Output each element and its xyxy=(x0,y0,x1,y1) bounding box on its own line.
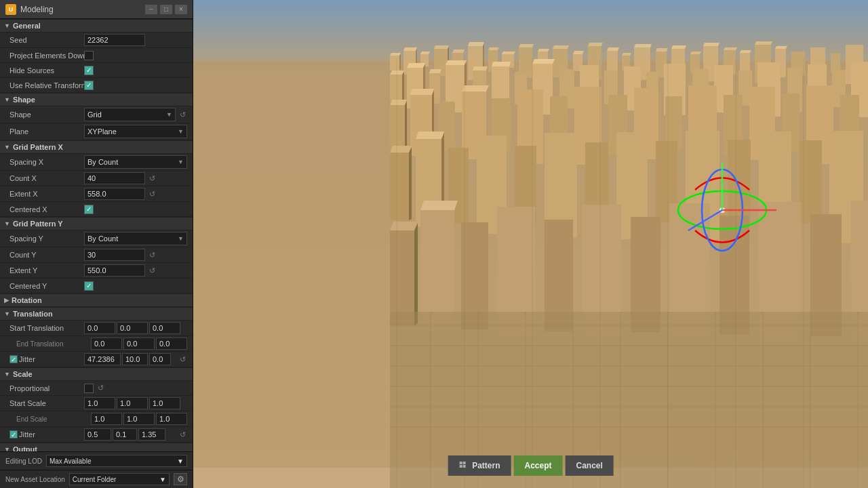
plane-dropdown[interactable]: XYPlane ▼ xyxy=(84,125,187,138)
spacing-y-dropdown[interactable]: By Count ▼ xyxy=(84,232,187,245)
spacing-x-dropdown[interactable]: By Count ▼ xyxy=(84,155,187,169)
end-scale-y[interactable] xyxy=(123,413,155,425)
jitter-scale-reset[interactable]: ↺ xyxy=(178,430,187,439)
jitter-trans-x[interactable] xyxy=(84,353,121,365)
scale-arrow: ▼ xyxy=(4,371,10,378)
start-translation-multi xyxy=(84,322,187,334)
end-scale-z[interactable] xyxy=(156,413,187,425)
count-x-reset[interactable]: ↺ xyxy=(147,174,157,183)
output-section-header[interactable]: ▼ Output xyxy=(0,443,193,451)
jitter-trans-reset[interactable]: ↺ xyxy=(178,354,187,364)
centered-x-checkbox[interactable] xyxy=(84,205,94,214)
svg-marker-22 xyxy=(519,44,534,47)
grid-x-arrow: ▼ xyxy=(4,144,10,150)
grid-x-label: Grid Pattern X xyxy=(13,143,63,151)
extent-x-input[interactable] xyxy=(84,188,145,200)
jitter-trans-y[interactable] xyxy=(122,353,148,365)
spacing-x-dropdown-value: By Count xyxy=(87,158,118,166)
end-trans-z[interactable] xyxy=(156,338,187,350)
jitter-scale-y[interactable] xyxy=(113,428,137,441)
start-translation-row: Start Translation xyxy=(0,321,193,336)
jitter-scale-x[interactable] xyxy=(84,428,111,441)
maximize-button[interactable]: □ xyxy=(160,5,172,14)
count-x-label: Count X xyxy=(9,174,84,182)
seed-input[interactable] xyxy=(84,34,145,46)
shape-reset[interactable]: ↺ xyxy=(178,110,187,119)
grid-x-section-header[interactable]: ▼ Grid Pattern X xyxy=(0,140,193,154)
start-translation-label: Start Translation xyxy=(9,324,84,332)
close-button[interactable]: × xyxy=(175,5,187,14)
start-scale-x[interactable] xyxy=(84,397,115,409)
proportional-checkbox[interactable] xyxy=(84,384,94,393)
centered-x-value xyxy=(84,205,187,214)
viewport-bottom-buttons: Pattern Accept Cancel xyxy=(448,455,614,476)
svg-marker-40 xyxy=(671,45,686,49)
proportional-reset[interactable]: ↺ xyxy=(96,384,105,393)
svg-marker-131 xyxy=(414,223,418,325)
svg-marker-34 xyxy=(622,53,631,56)
asset-dropdown[interactable]: Current Folder ▼ xyxy=(69,473,170,485)
scale-section-header[interactable]: ▼ Scale xyxy=(0,367,193,381)
svg-marker-69 xyxy=(473,66,488,70)
end-scale-values xyxy=(91,413,187,425)
viewport[interactable]: Pattern Accept Cancel xyxy=(193,0,868,488)
centered-y-value xyxy=(84,281,187,291)
use-relative-row: Use Relative Transforms xyxy=(0,78,193,93)
jitter-scale-z[interactable] xyxy=(138,428,165,441)
centered-y-row: Centered Y xyxy=(0,279,193,293)
end-trans-y[interactable] xyxy=(123,338,155,350)
jitter-trans-z[interactable] xyxy=(149,353,171,365)
svg-rect-55 xyxy=(831,53,840,72)
project-elements-value xyxy=(84,51,187,60)
start-trans-z[interactable] xyxy=(149,322,180,334)
start-scale-y[interactable] xyxy=(117,397,148,409)
spacing-x-row: Spacing X By Count ▼ xyxy=(0,154,193,171)
plane-dropdown-arrow: ▼ xyxy=(178,128,184,135)
centered-y-checkbox[interactable] xyxy=(84,281,94,291)
extent-y-reset[interactable]: ↺ xyxy=(147,266,157,275)
seed-row: Seed xyxy=(0,33,193,48)
cancel-button-label: Cancel xyxy=(576,461,603,470)
svg-marker-50 xyxy=(755,41,772,45)
svg-marker-38 xyxy=(656,48,668,52)
end-trans-x[interactable] xyxy=(91,338,122,350)
hide-sources-checkbox[interactable] xyxy=(84,66,94,75)
accept-button[interactable]: Accept xyxy=(513,455,562,476)
grid-y-section-header[interactable]: ▼ Grid Pattern Y xyxy=(0,217,193,230)
jitter-trans-checkbox[interactable] xyxy=(9,355,18,363)
asset-arrow: ▼ xyxy=(159,476,166,483)
scale-label: Scale xyxy=(13,370,33,378)
extent-y-input[interactable] xyxy=(84,264,145,277)
svg-marker-13 xyxy=(452,49,465,53)
shape-section-header[interactable]: ▼ Shape xyxy=(0,93,193,106)
jitter-trans-label-group: Jitter xyxy=(9,355,84,363)
rotation-section-header[interactable]: ▶ Rotation xyxy=(0,293,193,307)
extent-x-reset[interactable]: ↺ xyxy=(147,189,157,199)
svg-marker-10 xyxy=(434,45,449,49)
minimize-button[interactable]: − xyxy=(145,5,157,14)
start-trans-x[interactable] xyxy=(84,322,115,334)
use-relative-checkbox[interactable] xyxy=(84,81,94,90)
spacing-y-label: Spacing Y xyxy=(9,235,84,243)
cancel-button[interactable]: Cancel xyxy=(566,455,614,476)
jitter-scale-checkbox[interactable] xyxy=(9,430,18,439)
count-y-label: Count Y xyxy=(9,251,84,259)
shape-dropdown[interactable]: Grid ▼ xyxy=(84,108,176,121)
start-trans-y[interactable] xyxy=(117,322,148,334)
general-section-header[interactable]: ▼ General xyxy=(0,19,193,33)
end-scale-x[interactable] xyxy=(91,413,122,425)
translation-section-header[interactable]: ▼ Translation xyxy=(0,307,193,321)
start-scale-z[interactable] xyxy=(149,397,180,409)
count-y-input[interactable] xyxy=(84,249,145,261)
count-y-reset[interactable]: ↺ xyxy=(147,250,157,260)
lod-value: Max Available xyxy=(50,458,92,465)
lod-dropdown[interactable]: Max Available ▼ xyxy=(46,455,187,467)
pattern-button[interactable]: Pattern xyxy=(448,455,511,476)
translation-arrow: ▼ xyxy=(4,310,10,317)
svg-marker-42 xyxy=(690,52,701,54)
gear-button[interactable]: ⚙ xyxy=(174,473,187,485)
count-x-input[interactable] xyxy=(84,172,145,184)
end-scale-row: End Scale xyxy=(0,411,193,427)
project-elements-checkbox[interactable] xyxy=(84,51,94,60)
shape-value: Grid ▼ ↺ xyxy=(84,108,187,121)
